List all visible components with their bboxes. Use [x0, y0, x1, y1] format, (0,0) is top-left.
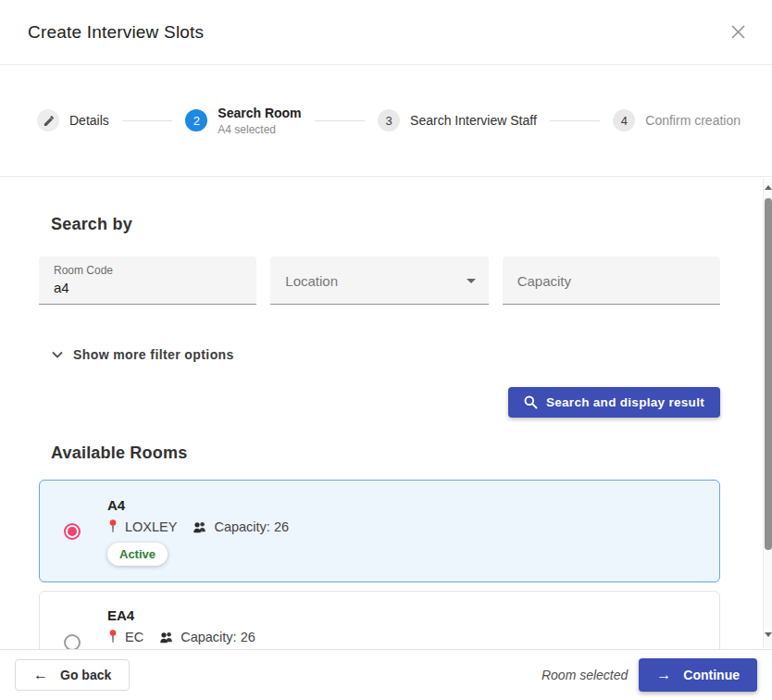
room-location: EC [125, 630, 143, 644]
show-more-filters-toggle[interactable]: Show more filter options [52, 347, 720, 362]
capacity-placeholder: Capacity [517, 272, 571, 288]
people-icon [159, 631, 174, 644]
continue-label: Continue [683, 668, 740, 682]
step-details-label: Details [69, 113, 109, 128]
location-select[interactable]: Location [270, 256, 488, 305]
pencil-icon [37, 109, 59, 131]
dialog-title: Create Interview Slots [28, 22, 204, 43]
available-rooms-heading: Available Rooms [51, 444, 720, 463]
show-more-filters-label: Show more filter options [73, 347, 234, 362]
room-card-ea4[interactable]: EA4 EC Capacity: 26 [39, 591, 720, 649]
search-button[interactable]: Search and display result [508, 387, 720, 418]
room-code-field[interactable]: Room Code [39, 256, 256, 305]
room-location: LOXLEY [125, 519, 177, 534]
radio-selected-icon[interactable] [64, 523, 81, 540]
radio-unselected-icon[interactable] [64, 634, 81, 650]
room-capacity: Capacity: 26 [214, 519, 289, 534]
location-pin-icon [107, 519, 118, 533]
people-icon [193, 520, 207, 533]
room-code-label: Room Code [54, 264, 113, 277]
dialog-header: Create Interview Slots [0, 0, 772, 65]
room-code-input[interactable] [54, 280, 242, 295]
continue-button[interactable]: → Continue [639, 658, 757, 692]
step-3-badge: 3 [378, 109, 400, 131]
step-search-staff-label: Search Interview Staff [410, 113, 537, 128]
capacity-field[interactable]: Capacity [503, 256, 720, 305]
filter-fields: Room Code Location Capacity [39, 256, 720, 305]
dialog-body: Search by Room Code Location Capacity Sh… [0, 178, 772, 649]
step-search-staff[interactable]: 3 Search Interview Staff [378, 109, 537, 131]
scroll-up-arrow-icon[interactable] [765, 185, 772, 190]
step-search-room-sublabel: A4 selected [218, 123, 301, 136]
arrow-right-icon: → [656, 668, 671, 682]
close-button[interactable] [728, 22, 748, 43]
chevron-down-icon [52, 351, 63, 358]
room-capacity: Capacity: 26 [181, 630, 255, 644]
location-pin-icon [107, 630, 118, 644]
go-back-label: Go back [60, 668, 111, 682]
vertical-scrollbar[interactable] [763, 179, 772, 648]
search-button-label: Search and display result [546, 395, 704, 409]
step-4-badge: 4 [613, 109, 635, 131]
status-badge: Active [107, 543, 168, 566]
step-2-badge: 2 [185, 109, 207, 131]
dialog-footer: ← Go back Room selected → Continue [0, 649, 772, 700]
scrollbar-thumb[interactable] [765, 198, 772, 550]
location-placeholder: Location [285, 272, 338, 288]
search-icon [524, 395, 538, 409]
step-confirm-label: Confirm creation [645, 113, 741, 128]
room-card-a4[interactable]: A4 LOXLEY Capacity: 26 Active [39, 480, 720, 582]
scroll-down-arrow-icon[interactable] [765, 632, 772, 637]
arrow-left-icon: ← [33, 668, 48, 682]
step-connector [122, 120, 173, 121]
step-search-room[interactable]: 2 Search Room A4 selected [185, 106, 301, 136]
step-connector [550, 120, 601, 121]
room-code: A4 [107, 497, 289, 513]
chevron-down-icon [467, 279, 476, 283]
room-selected-status: Room selected [542, 668, 628, 682]
radio-dot [68, 527, 77, 536]
search-by-heading: Search by [51, 215, 720, 234]
go-back-button[interactable]: ← Go back [15, 659, 130, 691]
step-confirm[interactable]: 4 Confirm creation [613, 109, 741, 131]
room-code: EA4 [107, 607, 255, 623]
step-details[interactable]: Details [37, 109, 109, 131]
step-connector [315, 120, 366, 121]
stepper: Details 2 Search Room A4 selected 3 Sear… [0, 65, 772, 177]
close-icon [730, 24, 746, 40]
step-search-room-label: Search Room [218, 106, 301, 120]
